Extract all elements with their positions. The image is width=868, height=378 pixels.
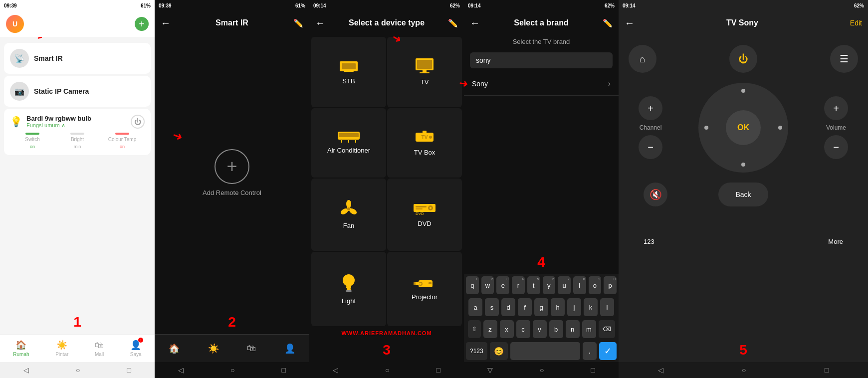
- back-sys-p1[interactable]: ◁: [23, 366, 29, 374]
- recents-sys-p3[interactable]: □: [436, 366, 440, 374]
- device-type-stb[interactable]: STB: [311, 37, 386, 107]
- edit-btn-p3[interactable]: ✏️: [448, 18, 458, 28]
- device-type-light[interactable]: Light: [311, 252, 386, 326]
- device-type-projector[interactable]: Projector: [387, 252, 462, 326]
- device-type-tvbox[interactable]: TV TV Box: [387, 108, 462, 178]
- key-g[interactable]: g: [534, 298, 548, 316]
- key-j[interactable]: j: [567, 298, 581, 316]
- channel-up-button[interactable]: +: [639, 96, 662, 120]
- home-sys-p5[interactable]: ○: [742, 366, 746, 374]
- nav-profile[interactable]: 👤! Saya: [130, 340, 142, 357]
- key-spacebar[interactable]: [510, 342, 580, 360]
- key-f[interactable]: f: [518, 298, 532, 316]
- home-sys-p2[interactable]: ○: [230, 366, 234, 374]
- key-b[interactable]: b: [549, 320, 563, 338]
- key-y[interactable]: y6: [543, 276, 556, 294]
- nav-mall-p2[interactable]: 🛍: [247, 343, 256, 354]
- back-sys-p3[interactable]: ◁: [333, 366, 338, 374]
- key-p[interactable]: p0: [604, 276, 617, 294]
- bright-control[interactable]: Bright min: [55, 133, 100, 149]
- home-sys-p4[interactable]: ○: [540, 366, 544, 374]
- key-r[interactable]: r4: [512, 276, 525, 294]
- channel-down-button[interactable]: −: [639, 135, 662, 159]
- key-m[interactable]: m: [582, 320, 596, 338]
- svg-rect-7: [420, 72, 430, 73]
- avatar[interactable]: U: [6, 15, 24, 33]
- edit-btn-p2[interactable]: ✏️: [293, 18, 303, 28]
- key-i[interactable]: i8: [573, 276, 586, 294]
- nav-smart-p2[interactable]: ☀️: [208, 343, 219, 354]
- key-d[interactable]: d: [501, 298, 515, 316]
- back-btn-p4[interactable]: ←: [470, 17, 480, 29]
- device-type-tv[interactable]: ➜ TV: [387, 37, 462, 107]
- recents-sys-p5[interactable]: □: [825, 366, 829, 374]
- ok-button[interactable]: OK: [726, 110, 761, 145]
- static-ip-camera-item[interactable]: 📷 Static IP Camera: [4, 76, 151, 107]
- more-col: [819, 183, 843, 206]
- key-backspace[interactable]: ⌫: [599, 320, 615, 338]
- power-button[interactable]: ⏻: [729, 45, 757, 73]
- bulb-power-button[interactable]: ⏻: [131, 115, 145, 129]
- colour-temp-control[interactable]: Colour Temp on: [100, 133, 145, 149]
- add-remote-button[interactable]: +: [215, 149, 249, 184]
- key-o[interactable]: o9: [589, 276, 602, 294]
- brand-item-sony[interactable]: ➜ Sony ›: [464, 72, 619, 96]
- search-text: sony: [476, 56, 491, 64]
- home-sys-p3[interactable]: ○: [385, 366, 389, 374]
- nav-home-p2[interactable]: 🏠: [169, 343, 180, 354]
- key-x[interactable]: x: [500, 320, 514, 338]
- key-l[interactable]: l: [600, 298, 614, 316]
- channel-controls: + Channel −: [639, 96, 662, 159]
- home-sys-p1[interactable]: ○: [76, 366, 80, 374]
- key-h[interactable]: h: [551, 298, 565, 316]
- nav-mall[interactable]: 🛍 Mall: [95, 340, 104, 357]
- key-z[interactable]: z: [483, 320, 497, 338]
- key-a[interactable]: a: [468, 298, 482, 316]
- key-enter[interactable]: ✓: [599, 342, 617, 360]
- key-q[interactable]: q1: [466, 276, 479, 294]
- key-emoji[interactable]: 😊: [490, 342, 508, 360]
- num-123-button[interactable]: 123: [644, 238, 654, 245]
- mute-button[interactable]: 🔇: [644, 183, 667, 206]
- add-device-button[interactable]: +: [135, 17, 149, 31]
- back-remote-button[interactable]: Back: [718, 183, 768, 206]
- key-k[interactable]: k: [584, 298, 598, 316]
- key-shift[interactable]: ⇧: [468, 320, 481, 338]
- key-sym[interactable]: ?123: [466, 342, 487, 360]
- back-btn-p5[interactable]: ←: [625, 17, 635, 29]
- more-button[interactable]: More: [828, 238, 843, 245]
- volume-down-button[interactable]: −: [824, 135, 848, 159]
- back-sys-p2[interactable]: ◁: [178, 366, 184, 374]
- key-v[interactable]: v: [533, 320, 547, 338]
- back-sys-p4[interactable]: ▽: [487, 366, 493, 374]
- back-sys-p5[interactable]: ◁: [658, 366, 663, 374]
- brand-search-box[interactable]: sony: [470, 52, 613, 68]
- edit-btn-p4[interactable]: ✏️: [603, 18, 613, 28]
- smart-ir-item[interactable]: 📡 Smart IR ➜: [4, 43, 151, 74]
- recents-sys-p1[interactable]: □: [127, 366, 131, 374]
- key-t[interactable]: t5: [527, 276, 540, 294]
- menu-button[interactable]: ☰: [830, 45, 858, 73]
- back-btn-p2[interactable]: ←: [161, 17, 171, 29]
- key-c[interactable]: c: [516, 320, 530, 338]
- back-btn-p3[interactable]: ←: [315, 17, 325, 29]
- svg-rect-3: [344, 71, 354, 72]
- nav-home[interactable]: 🏠 Rumah: [13, 340, 29, 357]
- device-type-ac[interactable]: Air Conditioner: [311, 108, 386, 178]
- recents-sys-p2[interactable]: □: [282, 366, 286, 374]
- nav-smart[interactable]: ☀️ Pintar: [55, 340, 68, 357]
- key-s[interactable]: s: [485, 298, 499, 316]
- key-u[interactable]: u7: [558, 276, 571, 294]
- key-n[interactable]: n: [566, 320, 580, 338]
- volume-up-button[interactable]: +: [824, 96, 848, 120]
- key-e[interactable]: e3: [496, 276, 509, 294]
- key-w[interactable]: w2: [481, 276, 494, 294]
- recents-sys-p4[interactable]: □: [591, 366, 595, 374]
- switch-control[interactable]: Switch on: [10, 133, 55, 149]
- device-type-fan[interactable]: Fan: [311, 179, 386, 251]
- device-type-dvd[interactable]: DVD DVD: [387, 179, 462, 251]
- nav-profile-p2[interactable]: 👤: [284, 343, 295, 354]
- dpad-ring[interactable]: OK: [698, 83, 788, 173]
- home-remote-button[interactable]: ⌂: [629, 45, 656, 73]
- key-period[interactable]: .: [583, 342, 597, 360]
